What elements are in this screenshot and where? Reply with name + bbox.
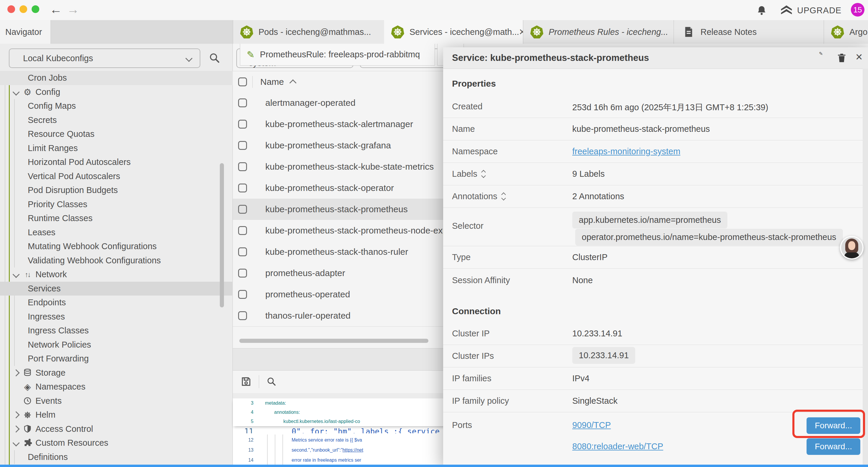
sidebar-item-mutating-webhook-configurations[interactable]: Mutating Webhook Configurations (0, 239, 233, 254)
sort-ascending-icon[interactable] (289, 79, 297, 86)
table-row[interactable]: kube-prometheus-stack-thanos-ruler (233, 241, 461, 263)
row-checkbox[interactable] (238, 290, 247, 299)
expand-collapse-icon[interactable] (482, 171, 485, 177)
row-checkbox[interactable] (238, 226, 247, 235)
row-checkbox[interactable] (238, 120, 247, 128)
chevron-down-icon[interactable] (12, 88, 20, 95)
name-column-header[interactable]: Name (260, 77, 284, 87)
row-checkbox[interactable] (238, 141, 247, 150)
sidebar-item-priority-classes[interactable]: Priority Classes (0, 198, 233, 212)
sidebar-item-validating-webhook-configurations[interactable]: Validating Webhook Configurations (0, 254, 233, 268)
minimize-window-button[interactable] (20, 5, 27, 13)
tab-release-notes[interactable]: Release Notes (674, 20, 824, 44)
search-icon[interactable] (209, 52, 220, 64)
panel-scrollbar-track[interactable] (863, 68, 868, 467)
sidebar-item-endpoints[interactable]: Endpoints (0, 296, 233, 310)
sidebar-group-config[interactable]: ⚙ Config (0, 85, 233, 99)
close-icon[interactable]: × (519, 26, 523, 38)
tab-services[interactable]: Services - icecheng@math... × (384, 20, 523, 44)
notification-badge[interactable]: 15 (851, 3, 864, 17)
sidebar-item-ingresses[interactable]: Ingresses (0, 310, 233, 324)
tab-navigator[interactable]: Navigator (0, 20, 51, 44)
chevron-down-icon[interactable] (12, 271, 20, 278)
sidebar-group-access-control[interactable]: Access Control (0, 422, 233, 436)
sidebar-item-definitions[interactable]: Definitions (0, 450, 233, 464)
sidebar-item-label: Endpoints (28, 298, 66, 308)
row-checkbox[interactable] (238, 247, 247, 256)
chevron-down-icon[interactable] (12, 439, 20, 447)
tab-argo[interactable]: Argo Se (824, 20, 868, 44)
back-arrow-icon[interactable]: ← (50, 2, 62, 17)
bell-icon[interactable] (756, 5, 767, 16)
row-checkbox[interactable] (238, 205, 247, 214)
select-all-checkbox[interactable] (238, 78, 247, 86)
yaml-tab-prometheusrule[interactable]: ✎ PrometheusRule: freeleaps-prod-rabbitm… (240, 44, 435, 66)
forward-arrow-icon[interactable]: → (67, 2, 79, 17)
table-row[interactable]: kube-prometheus-stack-operator (233, 177, 461, 199)
upgrade-label[interactable]: UPGRADE (797, 6, 841, 16)
sidebar-item-leases[interactable]: Leases (0, 226, 233, 240)
sidebar-scrollbar[interactable] (220, 163, 224, 308)
port-link[interactable]: 9090/TCP (572, 420, 611, 430)
table-row[interactable]: alertmanager-operated (233, 92, 461, 114)
sidebar-item-events[interactable]: Events (0, 394, 233, 408)
sidebar-item-resource-quotas[interactable]: Resource Quotas (0, 127, 233, 141)
avatar[interactable] (840, 236, 864, 260)
table-row[interactable]: kube-prometheus-stack-grafana (233, 135, 461, 156)
upgrade-chevrons-icon[interactable] (780, 4, 793, 16)
table-row-selected[interactable]: kube-prometheus-stack-prometheus (233, 199, 461, 220)
search-icon[interactable] (266, 376, 277, 387)
sidebar-item-config-maps[interactable]: Config Maps (0, 99, 233, 113)
port-link[interactable]: 8080:reloader-web/TCP (572, 442, 663, 451)
row-checkbox[interactable] (238, 183, 247, 193)
namespace-link[interactable]: freeleaps-monitoring-system (572, 147, 680, 156)
horizontal-scrollbar[interactable] (239, 339, 428, 343)
chevron-right-icon[interactable] (12, 411, 20, 418)
sidebar-item-horizontal-pod-autoscalers[interactable]: Horizontal Pod Autoscalers (0, 155, 233, 169)
sidebar-item-services[interactable]: Services (0, 282, 233, 296)
table-row[interactable]: prometheus-operated (233, 284, 461, 305)
property-value[interactable]: 9 Labels (572, 169, 605, 179)
chevron-right-icon[interactable] (12, 425, 20, 432)
sidebar-group-network[interactable]: ↑↓ Network (0, 267, 233, 282)
sidebar-item-runtime-classes[interactable]: Runtime Classes (0, 211, 233, 226)
column-divider (252, 76, 253, 88)
sidebar-item-secrets[interactable]: Secrets (0, 113, 233, 127)
property-value: ClusterIP (572, 253, 608, 262)
table-row[interactable]: thanos-ruler-operated (233, 305, 461, 327)
sidebar-item-vertical-pod-autoscalers[interactable]: Vertical Pod Autoscalers (0, 169, 233, 183)
edit-pencil-icon[interactable]: ✎ (819, 51, 823, 56)
table-header[interactable]: Name (233, 71, 461, 93)
row-checkbox[interactable] (238, 98, 247, 107)
forward-button[interactable]: Forward... (807, 438, 860, 455)
sidebar-item-pod-disruption-budgets[interactable]: Pod Disruption Budgets (0, 183, 233, 198)
sidebar-item-limit-ranges[interactable]: Limit Ranges (0, 141, 233, 155)
sidebar-item-namespaces[interactable]: ◈ Namespaces (0, 380, 233, 394)
save-icon[interactable] (241, 376, 252, 387)
close-icon[interactable]: × (856, 50, 862, 63)
zoom-window-button[interactable] (32, 5, 39, 13)
expand-collapse-icon[interactable] (502, 193, 505, 200)
sidebar-group-helm[interactable]: Helm (0, 408, 233, 422)
sidebar-group-custom-resources[interactable]: Custom Resources (0, 436, 233, 450)
row-checkbox[interactable] (238, 311, 247, 320)
tab-prometheus-rules[interactable]: Prometheus Rules - icecheng... (523, 20, 674, 44)
table-row[interactable]: kube-prometheus-stack-alertmanager (233, 114, 461, 135)
trash-icon[interactable] (836, 52, 847, 64)
property-value[interactable]: 2 Annotations (572, 192, 624, 201)
row-checkbox[interactable] (238, 162, 247, 171)
row-checkbox[interactable] (238, 269, 247, 278)
code-link[interactable]: https://net (342, 447, 363, 453)
tab-pods[interactable]: Pods - icecheng@mathmas... (233, 20, 385, 44)
table-row[interactable]: prometheus-adapter (233, 262, 461, 284)
sidebar-item-ingress-classes[interactable]: Ingress Classes (0, 324, 233, 338)
chevron-right-icon[interactable] (12, 369, 20, 376)
kubeconfig-selector[interactable]: Local Kubeconfigs (9, 49, 200, 68)
sidebar-item-cron-jobs[interactable]: Cron Jobs (0, 71, 233, 85)
close-window-button[interactable] (7, 5, 15, 13)
sidebar-group-storage[interactable]: Storage (0, 366, 233, 380)
table-row[interactable]: kube-prometheus-stack-prometheus-node-ex… (233, 220, 461, 241)
table-row[interactable]: kube-prometheus-stack-kube-state-metrics (233, 156, 461, 178)
sidebar-item-port-forwarding[interactable]: Port Forwarding (0, 352, 233, 366)
sidebar-item-network-policies[interactable]: Network Policies (0, 338, 233, 352)
